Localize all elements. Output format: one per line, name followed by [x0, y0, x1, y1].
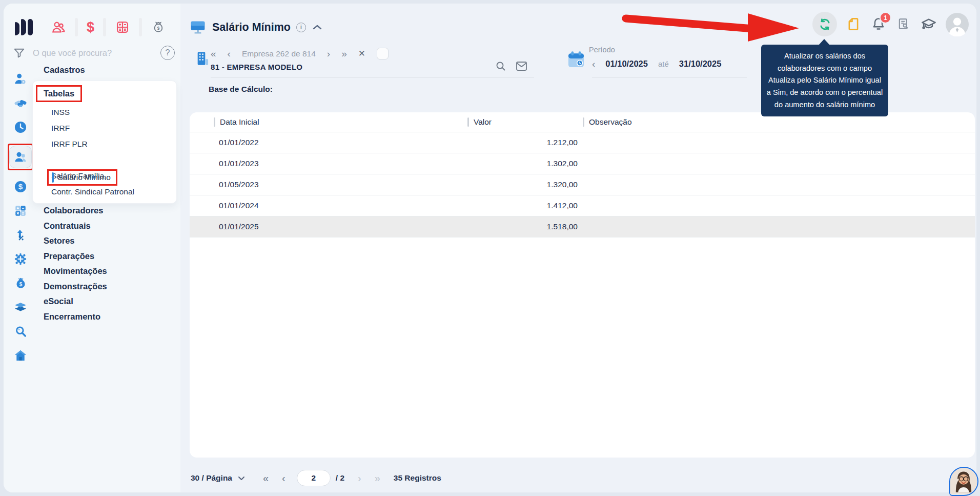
sidebar-item-contratuais[interactable]: Contratuais — [44, 221, 107, 231]
page-title: Salário Mínimo — [212, 21, 291, 34]
sidebar-item-demonstracoes[interactable]: Demonstrações — [44, 282, 107, 291]
handshake-icon[interactable] — [13, 95, 28, 111]
monitor-icon — [189, 19, 207, 35]
chevron-down-icon[interactable] — [237, 475, 246, 481]
company-first-button[interactable]: « — [211, 49, 216, 58]
people-rail-annotation — [8, 144, 33, 170]
sidebar-item-preparacoes[interactable]: Preparações — [44, 251, 107, 261]
svg-text:$: $ — [157, 26, 160, 31]
submenu-item-inss[interactable]: INSS — [51, 108, 134, 117]
notification-badge: 1 — [880, 12, 891, 24]
submenu-item-contr-sindical[interactable]: Contr. Sindical Patronal — [51, 187, 134, 196]
calculator-icon[interactable] — [115, 19, 130, 35]
company-next-button[interactable]: › — [327, 49, 330, 58]
table-row[interactable]: 01/01/2022 1.212,00 — [190, 132, 975, 153]
table-row[interactable]: 01/01/2023 1.302,00 — [190, 153, 975, 174]
company-checkbox[interactable] — [377, 48, 389, 59]
sidebar-item-colaboradores[interactable]: Colaboradores — [44, 206, 107, 215]
salary-increase-icon[interactable] — [13, 227, 28, 243]
document-search-icon[interactable] — [895, 15, 912, 33]
support-chat-button[interactable] — [949, 467, 978, 496]
period-underline — [592, 77, 747, 78]
records-count: 35 Registros — [394, 473, 441, 483]
tabelas-submenu-panel: Tabelas INSS IRRF IRRF PLR x Salário Fam… — [32, 81, 177, 204]
page-number-input[interactable] — [297, 470, 331, 486]
period-label: Período — [589, 46, 615, 54]
info-icon[interactable]: i — [296, 23, 306, 32]
company-name: 81 - EMPRESA MODELO — [211, 63, 302, 71]
brand-logo-icon[interactable] — [15, 19, 33, 35]
divider — [139, 18, 142, 36]
bell-icon[interactable]: 1 — [870, 15, 887, 33]
svg-text:$: $ — [18, 182, 23, 191]
calculator-icon[interactable] — [13, 203, 28, 219]
sidebar-item-tabelas[interactable]: Tabelas — [36, 85, 82, 102]
money-bag-icon[interactable]: $ — [13, 275, 28, 291]
sidebar-item-movimentacoes[interactable]: Movimentações — [44, 266, 107, 276]
people-icon[interactable] — [9, 146, 32, 168]
money-bag-icon[interactable]: $ — [151, 19, 166, 35]
user-avatar[interactable] — [945, 12, 969, 36]
company-icon — [194, 48, 211, 69]
active-item-accent — [52, 172, 54, 183]
base-calculo-label: Base de Cálculo: — [209, 85, 273, 94]
last-page-button[interactable]: » — [375, 472, 380, 484]
submenu-item-salario-minimo[interactable]: Salário Mínimo — [47, 169, 117, 186]
annotation-arrow — [619, 11, 808, 43]
first-page-button[interactable]: « — [263, 472, 269, 484]
search-icon[interactable] — [13, 324, 28, 339]
dollar-icon[interactable]: $ — [87, 21, 94, 34]
sidebar-item-setores[interactable]: Setores — [44, 236, 107, 246]
page-size-select[interactable]: 30 / Página — [191, 473, 232, 483]
column-header-observacao[interactable]: Observação — [583, 117, 975, 127]
filter-icon[interactable] — [13, 47, 26, 59]
help-icon[interactable]: ? — [160, 46, 175, 60]
home-icon[interactable] — [13, 348, 28, 363]
clock-icon[interactable] — [13, 120, 28, 135]
company-prev-button[interactable]: ‹ — [228, 49, 231, 58]
divider — [75, 18, 78, 36]
company-clear-button[interactable]: ✕ — [358, 49, 365, 58]
graduation-cap-icon[interactable] — [920, 15, 937, 33]
prev-page-button[interactable]: ‹ — [282, 472, 285, 484]
company-last-button[interactable]: » — [341, 49, 347, 58]
submenu-item-irrf[interactable]: IRRF — [51, 124, 134, 133]
period-separator: até — [658, 59, 669, 68]
mail-icon[interactable] — [515, 61, 528, 72]
table-card: Data Inicial Valor Observação 01/01/2022… — [190, 112, 975, 458]
calendar-icon — [566, 50, 586, 69]
sidebar-item-encerramento[interactable]: Encerramento — [44, 312, 107, 322]
period-start-date[interactable]: 01/10/2025 — [605, 59, 648, 69]
search-input[interactable] — [33, 48, 160, 58]
table-row-selected[interactable]: 01/01/2025 1.518,00 — [190, 216, 975, 237]
total-pages-label: / 2 — [336, 473, 344, 483]
layers-icon[interactable] — [13, 300, 28, 315]
period-end-date[interactable]: 31/10/2025 — [679, 59, 722, 69]
column-divider — [214, 117, 215, 127]
svg-text:$: $ — [19, 281, 22, 287]
sidebar-item-cadastros[interactable]: Cadastros — [44, 65, 85, 75]
collapse-chevron-up-icon[interactable] — [312, 23, 323, 31]
refresh-salaries-button[interactable] — [812, 12, 837, 36]
sidebar-item-esocial[interactable]: eSocial — [44, 296, 107, 306]
people-icon[interactable] — [51, 19, 66, 35]
period-prev-button[interactable]: ‹ — [592, 59, 595, 69]
submenu-item-irrf-plr[interactable]: IRRF PLR — [51, 140, 134, 149]
table-row[interactable]: 01/05/2023 1.320,00 — [190, 174, 975, 195]
next-page-button[interactable]: › — [358, 472, 361, 484]
gear-icon[interactable] — [13, 251, 28, 267]
column-divider — [467, 117, 469, 127]
table-row[interactable]: 01/01/2024 1.412,00 — [190, 195, 975, 216]
file-icon[interactable] — [845, 15, 862, 33]
user-settings-icon[interactable] — [13, 71, 28, 87]
company-nav-label: Empresa 262 de 814 — [242, 49, 316, 58]
company-search-icon[interactable] — [495, 60, 507, 72]
column-header-valor[interactable]: Valor — [467, 117, 583, 127]
divider — [103, 18, 106, 36]
support-agent-photo — [950, 468, 977, 494]
dollar-circle-icon[interactable]: $ — [13, 179, 28, 194]
company-underline — [211, 77, 534, 78]
refresh-tooltip: Atualizar os salários dos colaboradores … — [761, 45, 888, 116]
app-window: $ $ ? — [3, 3, 977, 493]
column-header-data-inicial[interactable]: Data Inicial — [214, 117, 467, 127]
